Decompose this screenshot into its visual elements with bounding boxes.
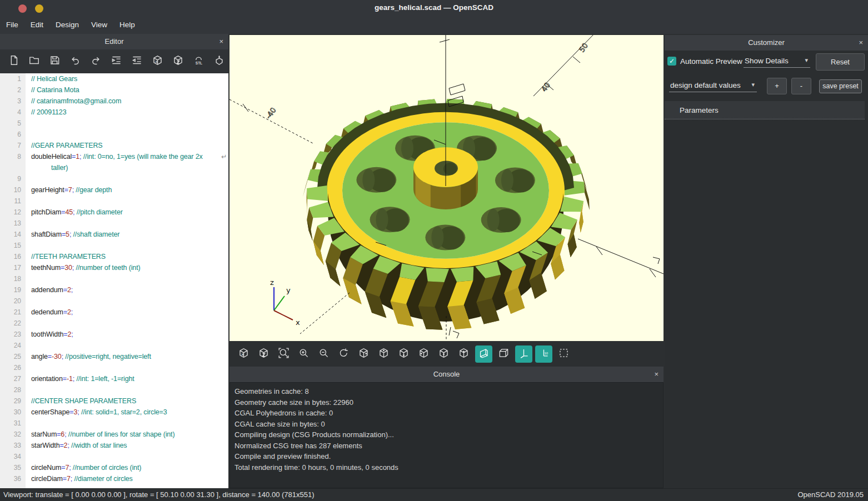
line-number: 30: [0, 407, 21, 418]
code-line: 19addendum=2;: [0, 284, 228, 295]
export-stl-button[interactable]: STL: [192, 56, 204, 68]
view-left-button[interactable]: [415, 345, 432, 363]
save-preset-button[interactable]: save preset: [819, 79, 862, 93]
console-panel: Console × Geometries in cache: 8Geometry…: [230, 367, 664, 488]
code-line: taller): [0, 162, 228, 173]
code-line: 36circleDiam=7; //diameter of circles: [0, 473, 228, 484]
menu-help[interactable]: Help: [113, 17, 141, 29]
line-number: 26: [0, 362, 21, 373]
line-number: 22: [0, 318, 21, 329]
statusbar: Viewport: translate = [ 0.00 0.00 0.00 ]…: [0, 488, 868, 501]
view-right-button[interactable]: [355, 345, 372, 363]
code-line: 23toothWidth=2;: [0, 329, 228, 340]
line-number: 33: [0, 440, 21, 451]
show-details-dropdown[interactable]: Show Details ▾: [744, 57, 810, 68]
save-button[interactable]: [48, 56, 61, 68]
indent-button[interactable]: [110, 56, 122, 68]
preview-button[interactable]: »: [151, 56, 163, 68]
console-close-icon[interactable]: ×: [654, 367, 659, 382]
remove-preset-button[interactable]: -: [791, 78, 811, 94]
svg-text:-40: -40: [264, 106, 277, 121]
svg-text:10: 10: [544, 351, 548, 354]
code-line: 5: [0, 118, 228, 129]
customizer-panel: Customizer × ✓ Automatic Preview Show De…: [665, 35, 868, 488]
app-version-text: OpenSCAD 2019.05: [797, 489, 864, 501]
menu-design[interactable]: Design: [49, 17, 85, 29]
line-number: 36: [0, 473, 21, 484]
zoom-in-button[interactable]: [295, 345, 312, 363]
code-line: 9: [0, 173, 228, 184]
send-to-printer-icon: [214, 55, 225, 68]
viewport-3d[interactable]: 5040-40zyx: [230, 35, 664, 341]
save-icon: [49, 55, 60, 68]
line-number: 29: [0, 395, 21, 407]
view-all-button[interactable]: [555, 345, 572, 363]
preview-button[interactable]: »: [235, 345, 252, 363]
editor-panel: Editor × »STL 1// Helical Gears2// Catar…: [0, 34, 228, 488]
show-scale-markers-button[interactable]: 10: [535, 345, 552, 363]
svg-text:40: 40: [540, 81, 552, 93]
send-to-printer-button[interactable]: [213, 56, 225, 68]
add-preset-button[interactable]: +: [767, 78, 787, 94]
editor-close-icon[interactable]: ×: [219, 34, 223, 49]
orthogonal-button[interactable]: [495, 345, 512, 363]
console-header: Console ×: [230, 367, 664, 382]
code-line: 17teethNum=30; //number of teeth (int): [0, 262, 228, 273]
line-wrap-icon: ↵: [221, 151, 227, 162]
reset-button[interactable]: Reset: [816, 53, 865, 71]
zoom-out-button[interactable]: [315, 345, 332, 363]
console-line: CGAL cache size in bytes: 0: [235, 419, 659, 430]
customizer-close-icon[interactable]: ×: [859, 35, 863, 51]
open-icon: [29, 55, 39, 68]
console-line: Total rendering time: 0 hours, 0 minutes…: [235, 462, 659, 473]
code-text: //CENTER SHAPE PARAMETERS: [31, 395, 227, 407]
preset-dropdown[interactable]: design default values ▾: [669, 81, 757, 92]
gear-3d-render: 5040-40zyx: [230, 35, 664, 341]
menu-edit[interactable]: Edit: [24, 17, 49, 29]
parameters-section-header[interactable]: Parameters: [665, 101, 865, 119]
console-line: Geometry cache size in bytes: 22960: [235, 397, 659, 408]
svg-text:»: »: [155, 59, 158, 64]
line-number: 19: [0, 284, 21, 295]
undo-button[interactable]: [69, 56, 81, 68]
perspective-button[interactable]: [475, 345, 492, 363]
open-button[interactable]: [28, 56, 40, 68]
code-line: 18: [0, 273, 228, 284]
view-top-button[interactable]: [375, 345, 392, 363]
line-number: 23: [0, 329, 21, 340]
zoom-all-button[interactable]: [275, 345, 292, 363]
render-button[interactable]: [172, 56, 184, 68]
redo-button[interactable]: [89, 56, 102, 68]
line-number: 9: [0, 173, 21, 184]
automatic-preview-checkbox[interactable]: ✓: [667, 57, 676, 66]
view-right-icon: [358, 348, 369, 360]
reset-view-button[interactable]: [335, 345, 352, 363]
view-back-button[interactable]: [455, 345, 472, 363]
view-front-button[interactable]: [435, 345, 452, 363]
line-number: 28: [0, 384, 21, 395]
editor-header: Editor ×: [0, 34, 228, 49]
code-text: orientation=-1; //int: 1=left, -1=right: [31, 373, 227, 384]
indent-icon: [111, 55, 122, 68]
line-number: 8: [0, 151, 21, 162]
customizer-header: Customizer ×: [665, 35, 868, 51]
code-line: 4// 20091123: [0, 107, 228, 118]
console-line: CGAL Polyhedrons in cache: 0: [235, 408, 659, 419]
code-text: shaftDiam=5; //shaft diameter: [31, 229, 227, 240]
menu-file[interactable]: File: [0, 17, 24, 29]
new-button[interactable]: [7, 56, 19, 68]
menu-view[interactable]: View: [85, 17, 113, 29]
code-line: 21dedendum=2;: [0, 307, 228, 318]
console-output[interactable]: Geometries in cache: 8Geometry cache siz…: [230, 382, 664, 488]
unindent-button[interactable]: [131, 56, 143, 68]
view-toolbar: »10: [230, 341, 664, 367]
code-line: 16//TEETH PARAMETERS: [0, 251, 228, 262]
line-number: 12: [0, 207, 21, 218]
view-bottom-button[interactable]: [395, 345, 412, 363]
show-axes-button[interactable]: [515, 345, 532, 363]
line-number: 20: [0, 295, 21, 307]
code-editor[interactable]: 1// Helical Gears2// Catarina Mota3// ca…: [0, 73, 228, 488]
render-button[interactable]: [255, 345, 272, 363]
line-number: 2: [0, 84, 21, 96]
customizer-controls-row2: design default values ▾ + - save preset: [665, 78, 868, 97]
